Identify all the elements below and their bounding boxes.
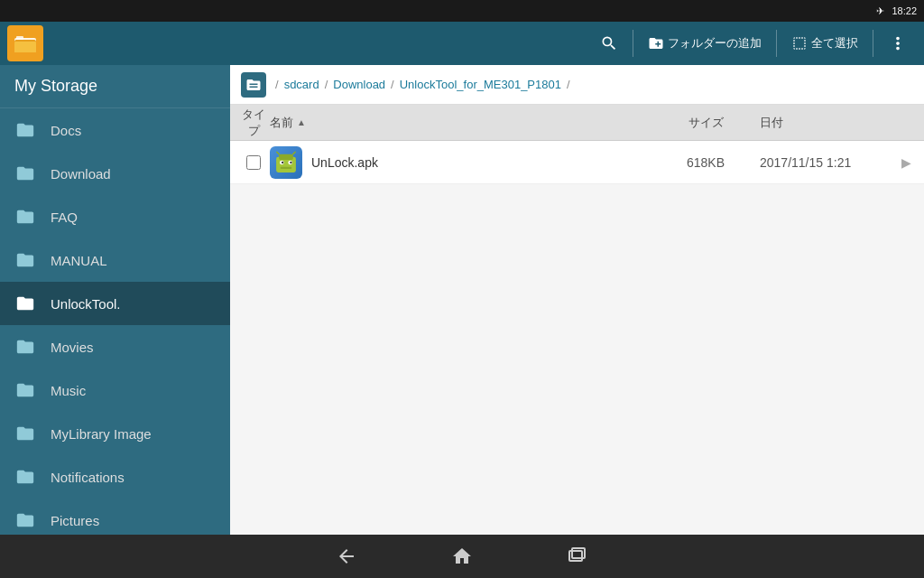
- table-row[interactable]: UnLock.apk 618KB 2017/11/15 1:21 ▶: [230, 141, 924, 184]
- sidebar-item-faq-label: FAQ: [51, 210, 78, 225]
- sidebar-item-music-label: Music: [51, 383, 86, 398]
- breadcrumb-sdcard[interactable]: sdcard: [284, 78, 319, 91]
- sidebar-item-movies-label: Movies: [51, 340, 94, 355]
- svg-rect-10: [281, 166, 291, 168]
- sidebar-title: My Storage: [0, 65, 230, 108]
- file-name: UnLock.apk: [311, 155, 378, 170]
- sidebar-item-pictures[interactable]: Pictures: [0, 499, 230, 535]
- sidebar-item-docs-label: Docs: [51, 123, 81, 138]
- svg-line-11: [277, 152, 279, 154]
- status-bar: ✈ 18:22: [0, 0, 924, 22]
- home-button[interactable]: [440, 538, 484, 574]
- sidebar-item-manual[interactable]: MANUAL: [0, 238, 230, 282]
- breadcrumb-sep-3: /: [567, 78, 570, 91]
- row-checkbox-cell[interactable]: [237, 155, 270, 170]
- sidebar-item-manual-label: MANUAL: [51, 253, 107, 268]
- divider-3: [873, 30, 873, 57]
- breadcrumb: / sdcard / Download / UnlockTool_for_ME3…: [230, 65, 924, 105]
- sidebar-item-unlocktool[interactable]: UnlockTool.: [0, 282, 230, 325]
- add-folder-button[interactable]: フォルダーの追加: [639, 25, 771, 61]
- svg-rect-2: [14, 42, 36, 52]
- sidebar-item-mylibrary[interactable]: MyLibrary Image: [0, 412, 230, 455]
- column-size: サイズ: [651, 115, 760, 131]
- sidebar-item-unlocktool-label: UnlockTool.: [51, 296, 121, 312]
- file-size: 618KB: [651, 155, 760, 170]
- column-date: 日付: [760, 115, 895, 131]
- sidebar-item-music[interactable]: Music: [0, 368, 230, 412]
- svg-point-8: [282, 161, 283, 163]
- row-arrow-icon: ▶: [895, 155, 917, 170]
- folder-icon: [14, 423, 36, 444]
- sidebar-item-docs[interactable]: Docs: [0, 108, 230, 152]
- file-name-cell: UnLock.apk: [270, 146, 651, 179]
- select-all-button[interactable]: 全て選択: [782, 25, 867, 61]
- nav-bar: [0, 535, 924, 578]
- breadcrumb-icon[interactable]: [241, 72, 266, 98]
- file-date: 2017/11/15 1:21: [760, 155, 895, 170]
- row-checkbox[interactable]: [246, 155, 261, 170]
- add-folder-label: フォルダーの追加: [668, 35, 762, 51]
- divider-2: [776, 30, 777, 57]
- status-time: 18:22: [892, 5, 917, 16]
- sidebar-item-download[interactable]: Download: [0, 152, 230, 195]
- airplane-icon: ✈: [876, 5, 884, 17]
- back-button[interactable]: [325, 538, 368, 574]
- breadcrumb-sep-0: /: [275, 78, 279, 91]
- column-type: タイプ: [237, 107, 270, 139]
- sidebar-item-faq[interactable]: FAQ: [0, 195, 230, 238]
- svg-point-9: [290, 161, 291, 163]
- breadcrumb-sep-2: /: [391, 78, 394, 91]
- apk-file-icon: [270, 146, 302, 179]
- sidebar-item-download-label: Download: [51, 166, 111, 182]
- folder-icon: [14, 336, 36, 358]
- svg-line-12: [293, 152, 295, 154]
- divider-1: [633, 30, 633, 57]
- folder-icon: [14, 509, 36, 531]
- folder-icon: [14, 249, 36, 271]
- toolbar: フォルダーの追加 全て選択: [0, 22, 924, 65]
- sidebar-item-movies[interactable]: Movies: [0, 325, 230, 368]
- column-name-label: 名前: [270, 115, 293, 131]
- file-table: タイプ 名前 ▲ サイズ 日付: [230, 105, 924, 535]
- folder-icon: [14, 163, 36, 184]
- table-header: タイプ 名前 ▲ サイズ 日付: [230, 105, 924, 141]
- sidebar-item-notifications[interactable]: Notifications: [0, 455, 230, 499]
- file-browser: / sdcard / Download / UnlockTool_for_ME3…: [230, 65, 924, 535]
- sidebar-item-notifications-label: Notifications: [51, 470, 125, 485]
- sort-asc-icon: ▲: [297, 117, 306, 127]
- main-area: My Storage Docs Download FAQ MANUAL: [0, 65, 924, 535]
- svg-rect-3: [16, 36, 23, 40]
- folder-icon: [14, 379, 36, 401]
- search-button[interactable]: [591, 25, 627, 61]
- app-icon: [7, 25, 43, 61]
- breadcrumb-sep-1: /: [325, 78, 328, 91]
- sidebar-item-pictures-label: Pictures: [51, 513, 99, 528]
- svg-rect-5: [279, 154, 293, 159]
- select-all-label: 全て選択: [811, 35, 858, 51]
- column-name[interactable]: 名前 ▲: [270, 115, 651, 131]
- folder-icon: [14, 293, 36, 314]
- breadcrumb-download[interactable]: Download: [333, 78, 385, 91]
- folder-icon: [14, 119, 36, 141]
- breadcrumb-unlocktool[interactable]: UnlockTool_for_ME301_P1801: [400, 78, 561, 91]
- sidebar-item-mylibrary-label: MyLibrary Image: [51, 426, 152, 442]
- recent-apps-button[interactable]: [556, 538, 599, 574]
- folder-icon: [14, 466, 36, 488]
- sidebar: My Storage Docs Download FAQ MANUAL: [0, 65, 230, 535]
- folder-icon: [14, 206, 36, 228]
- menu-button[interactable]: [879, 25, 917, 61]
